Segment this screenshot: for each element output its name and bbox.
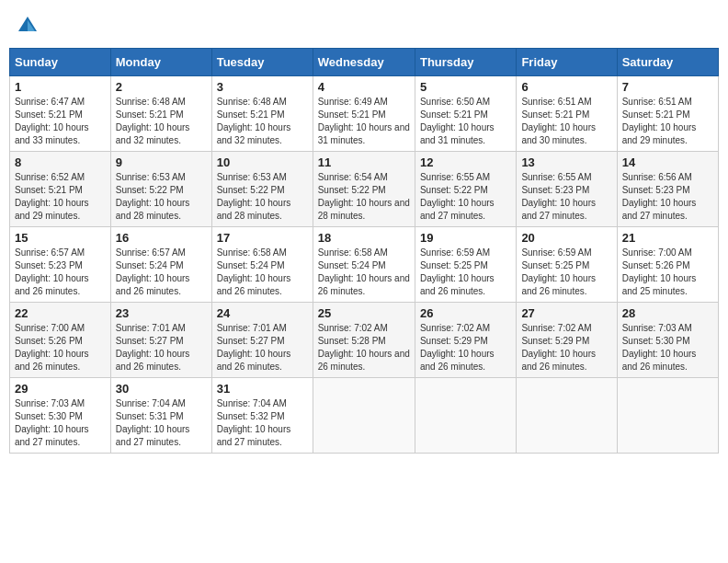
weekday-header-tuesday: Tuesday: [211, 49, 313, 76]
day-number: 7: [622, 80, 713, 94]
calendar-week-4: 22Sunrise: 7:00 AMSunset: 5:26 PMDayligh…: [10, 303, 719, 378]
day-number: 28: [622, 306, 713, 320]
day-number: 10: [217, 155, 308, 169]
calendar-cell: 7Sunrise: 6:51 AMSunset: 5:21 PMDaylight…: [617, 76, 718, 152]
calendar-cell: 30Sunrise: 7:04 AMSunset: 5:31 PMDayligh…: [110, 378, 211, 454]
day-detail: Sunrise: 6:55 AMSunset: 5:22 PMDaylight:…: [420, 171, 511, 223]
calendar-cell: 26Sunrise: 7:02 AMSunset: 5:29 PMDayligh…: [415, 303, 516, 378]
day-detail: Sunrise: 7:02 AMSunset: 5:28 PMDaylight:…: [318, 322, 410, 373]
calendar-cell: 24Sunrise: 7:01 AMSunset: 5:27 PMDayligh…: [211, 303, 313, 378]
day-number: 11: [318, 155, 410, 169]
day-detail: Sunrise: 7:00 AMSunset: 5:26 PMDaylight:…: [15, 322, 106, 373]
calendar-cell: 25Sunrise: 7:02 AMSunset: 5:28 PMDayligh…: [313, 303, 415, 378]
day-detail: Sunrise: 7:03 AMSunset: 5:30 PMDaylight:…: [15, 397, 106, 449]
day-detail: Sunrise: 6:59 AMSunset: 5:25 PMDaylight:…: [420, 247, 511, 298]
calendar-week-2: 8Sunrise: 6:52 AMSunset: 5:21 PMDaylight…: [10, 152, 719, 227]
day-detail: Sunrise: 6:48 AMSunset: 5:21 PMDaylight:…: [116, 96, 207, 147]
header: [9, 9, 719, 42]
day-detail: Sunrise: 6:51 AMSunset: 5:21 PMDaylight:…: [622, 96, 713, 147]
day-detail: Sunrise: 6:58 AMSunset: 5:24 PMDaylight:…: [318, 247, 410, 298]
day-number: 6: [521, 80, 611, 94]
calendar-cell: 12Sunrise: 6:55 AMSunset: 5:22 PMDayligh…: [415, 152, 516, 227]
calendar-cell: 21Sunrise: 7:00 AMSunset: 5:26 PMDayligh…: [617, 227, 718, 303]
logo-icon: [15, 13, 40, 39]
weekday-header-sunday: Sunday: [10, 49, 111, 76]
day-detail: Sunrise: 6:49 AMSunset: 5:21 PMDaylight:…: [318, 96, 410, 147]
day-detail: Sunrise: 6:53 AMSunset: 5:22 PMDaylight:…: [116, 171, 207, 223]
day-number: 31: [217, 382, 308, 396]
day-detail: Sunrise: 7:02 AMSunset: 5:29 PMDaylight:…: [420, 322, 511, 373]
calendar-cell: 2Sunrise: 6:48 AMSunset: 5:21 PMDaylight…: [110, 76, 211, 152]
calendar-cell: 14Sunrise: 6:56 AMSunset: 5:23 PMDayligh…: [617, 152, 718, 227]
day-number: 14: [622, 155, 713, 169]
calendar-cell: 19Sunrise: 6:59 AMSunset: 5:25 PMDayligh…: [415, 227, 516, 303]
day-detail: Sunrise: 6:59 AMSunset: 5:25 PMDaylight:…: [521, 247, 611, 298]
calendar-cell: 5Sunrise: 6:50 AMSunset: 5:21 PMDaylight…: [415, 76, 516, 152]
day-number: 30: [116, 382, 207, 396]
day-number: 26: [420, 306, 511, 320]
calendar-cell: 4Sunrise: 6:49 AMSunset: 5:21 PMDaylight…: [313, 76, 415, 152]
calendar-cell: 29Sunrise: 7:03 AMSunset: 5:30 PMDayligh…: [10, 378, 111, 454]
day-detail: Sunrise: 6:47 AMSunset: 5:21 PMDaylight:…: [15, 96, 106, 147]
calendar-cell: 28Sunrise: 7:03 AMSunset: 5:30 PMDayligh…: [617, 303, 718, 378]
day-detail: Sunrise: 6:48 AMSunset: 5:21 PMDaylight:…: [217, 96, 308, 147]
calendar-cell: 1Sunrise: 6:47 AMSunset: 5:21 PMDaylight…: [10, 76, 111, 152]
calendar-cell: 13Sunrise: 6:55 AMSunset: 5:23 PMDayligh…: [517, 152, 617, 227]
weekday-header-saturday: Saturday: [617, 49, 718, 76]
weekday-header-thursday: Thursday: [415, 49, 516, 76]
day-detail: Sunrise: 6:58 AMSunset: 5:24 PMDaylight:…: [217, 247, 308, 298]
calendar-cell: [617, 378, 718, 454]
day-detail: Sunrise: 7:00 AMSunset: 5:26 PMDaylight:…: [622, 247, 713, 298]
day-detail: Sunrise: 7:02 AMSunset: 5:29 PMDaylight:…: [521, 322, 611, 373]
calendar-cell: 23Sunrise: 7:01 AMSunset: 5:27 PMDayligh…: [110, 303, 211, 378]
day-number: 15: [15, 231, 106, 245]
day-number: 18: [318, 231, 410, 245]
day-detail: Sunrise: 6:57 AMSunset: 5:24 PMDaylight:…: [116, 247, 207, 298]
calendar-cell: 22Sunrise: 7:00 AMSunset: 5:26 PMDayligh…: [10, 303, 111, 378]
calendar-week-3: 15Sunrise: 6:57 AMSunset: 5:23 PMDayligh…: [10, 227, 719, 303]
day-detail: Sunrise: 7:03 AMSunset: 5:30 PMDaylight:…: [622, 322, 713, 373]
day-number: 20: [521, 231, 611, 245]
calendar-cell: 20Sunrise: 6:59 AMSunset: 5:25 PMDayligh…: [517, 227, 617, 303]
day-detail: Sunrise: 7:04 AMSunset: 5:32 PMDaylight:…: [217, 397, 308, 449]
day-number: 21: [622, 231, 713, 245]
day-number: 17: [217, 231, 308, 245]
day-number: 2: [116, 80, 207, 94]
day-detail: Sunrise: 7:01 AMSunset: 5:27 PMDaylight:…: [217, 322, 308, 373]
calendar-week-1: 1Sunrise: 6:47 AMSunset: 5:21 PMDaylight…: [10, 76, 719, 152]
calendar-cell: 9Sunrise: 6:53 AMSunset: 5:22 PMDaylight…: [110, 152, 211, 227]
weekday-header-friday: Friday: [517, 49, 617, 76]
day-detail: Sunrise: 6:50 AMSunset: 5:21 PMDaylight:…: [420, 96, 511, 147]
day-number: 27: [521, 306, 611, 320]
day-detail: Sunrise: 6:55 AMSunset: 5:23 PMDaylight:…: [521, 171, 611, 223]
day-detail: Sunrise: 6:52 AMSunset: 5:21 PMDaylight:…: [15, 171, 106, 223]
calendar-cell: 10Sunrise: 6:53 AMSunset: 5:22 PMDayligh…: [211, 152, 313, 227]
calendar-cell: 11Sunrise: 6:54 AMSunset: 5:22 PMDayligh…: [313, 152, 415, 227]
day-number: 9: [116, 155, 207, 169]
calendar-cell: 31Sunrise: 7:04 AMSunset: 5:32 PMDayligh…: [211, 378, 313, 454]
day-number: 29: [15, 382, 106, 396]
day-number: 12: [420, 155, 511, 169]
day-number: 24: [217, 306, 308, 320]
day-detail: Sunrise: 6:51 AMSunset: 5:21 PMDaylight:…: [521, 96, 611, 147]
day-number: 8: [15, 155, 106, 169]
calendar-cell: [313, 378, 415, 454]
calendar-cell: 8Sunrise: 6:52 AMSunset: 5:21 PMDaylight…: [10, 152, 111, 227]
day-number: 4: [318, 80, 410, 94]
logo: [15, 13, 44, 39]
calendar-cell: [517, 378, 617, 454]
calendar-cell: 27Sunrise: 7:02 AMSunset: 5:29 PMDayligh…: [517, 303, 617, 378]
calendar-table: SundayMondayTuesdayWednesdayThursdayFrid…: [9, 48, 719, 454]
day-number: 5: [420, 80, 511, 94]
calendar-cell: 6Sunrise: 6:51 AMSunset: 5:21 PMDaylight…: [517, 76, 617, 152]
calendar-cell: 16Sunrise: 6:57 AMSunset: 5:24 PMDayligh…: [110, 227, 211, 303]
day-number: 3: [217, 80, 308, 94]
day-number: 25: [318, 306, 410, 320]
day-number: 1: [15, 80, 106, 94]
day-number: 16: [116, 231, 207, 245]
calendar-cell: 18Sunrise: 6:58 AMSunset: 5:24 PMDayligh…: [313, 227, 415, 303]
day-detail: Sunrise: 6:56 AMSunset: 5:23 PMDaylight:…: [622, 171, 713, 223]
day-detail: Sunrise: 7:01 AMSunset: 5:27 PMDaylight:…: [116, 322, 207, 373]
day-detail: Sunrise: 7:04 AMSunset: 5:31 PMDaylight:…: [116, 397, 207, 449]
calendar-cell: 17Sunrise: 6:58 AMSunset: 5:24 PMDayligh…: [211, 227, 313, 303]
